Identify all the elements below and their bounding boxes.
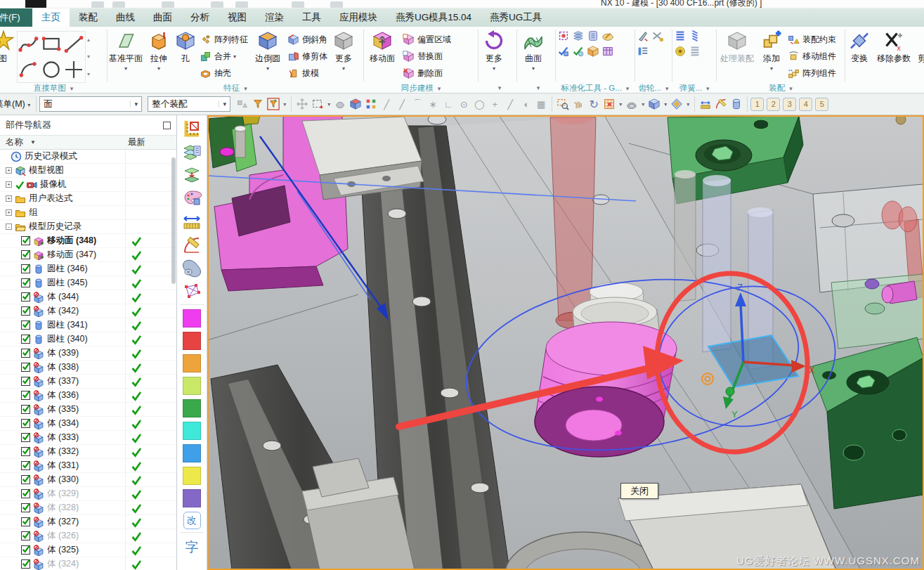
chevron-down-icon[interactable]: ▾ xyxy=(617,96,624,112)
sync-more-button[interactable]: 更多▾ xyxy=(479,28,509,72)
chevron-down-icon[interactable]: ▾ xyxy=(639,96,646,112)
snap-perpendicular-icon[interactable]: ∟ xyxy=(441,96,456,112)
tree-item-摄像机[interactable]: +摄像机 xyxy=(0,178,176,192)
gear-tool-icon-1[interactable] xyxy=(637,30,649,42)
render-style-icon[interactable] xyxy=(624,96,639,112)
layout-page-button-5[interactable]: 5 xyxy=(815,98,828,111)
tree-item-组[interactable]: +组 xyxy=(0,206,176,220)
tab-主页[interactable]: 主页 xyxy=(32,8,70,27)
feature-checkbox[interactable] xyxy=(21,545,30,555)
chevron-down-icon[interactable]: ▾ xyxy=(662,96,669,112)
shell-button[interactable]: 抽壳 xyxy=(197,65,250,82)
feature-row-移动面 (347)[interactable]: 移动面 (347) xyxy=(0,248,176,262)
spring-icon-1[interactable] xyxy=(674,30,687,42)
feature-row-体 (336)[interactable]: 体 (336) xyxy=(0,389,176,403)
color-swatch-6[interactable] xyxy=(183,422,201,440)
view-orient-icon[interactable] xyxy=(646,96,662,112)
chevron-down-icon[interactable]: ▾ xyxy=(537,84,540,91)
snap-quadrant-icon[interactable]: ◯ xyxy=(471,96,487,112)
feature-row-体 (337)[interactable]: 体 (337) xyxy=(0,375,176,389)
chevron-down-icon[interactable]: ▾ xyxy=(493,65,495,72)
point-button[interactable] xyxy=(63,57,85,82)
edit-object-display-icon[interactable] xyxy=(182,188,202,208)
panel-float-icon[interactable] xyxy=(163,122,171,129)
unite-button[interactable]: 合并▾ xyxy=(197,48,250,65)
std-tool-icon-2[interactable] xyxy=(572,30,585,42)
chevron-down-icon[interactable]: ▾ xyxy=(789,85,793,92)
chevron-down-icon[interactable]: ▾ xyxy=(342,65,345,72)
graphics-viewport[interactable]: Z X Y 关闭 UG爱好者论坛 WWW.UGSNX.COM xyxy=(207,115,924,570)
feature-checkbox[interactable] xyxy=(21,278,30,287)
assembly-constraints-button[interactable]: 装配约束 xyxy=(786,31,838,48)
chevron-down-icon[interactable]: ▾ xyxy=(770,65,773,72)
std-tool-icon-4[interactable] xyxy=(601,30,614,42)
feature-checkbox[interactable] xyxy=(21,559,30,569)
tree-expander-icon[interactable]: + xyxy=(6,209,12,216)
chevron-down-icon[interactable]: ▾ xyxy=(532,65,535,72)
feature-checkbox[interactable] xyxy=(21,335,30,344)
feature-row-圆柱 (346)[interactable]: 圆柱 (346) xyxy=(0,262,176,276)
toolbar-icon-fragment[interactable] xyxy=(211,1,223,8)
fit-view-icon[interactable] xyxy=(601,96,617,112)
spring-icon-4[interactable] xyxy=(689,45,701,58)
feature-row-圆柱 (340)[interactable]: 圆柱 (340) xyxy=(0,332,176,346)
interpart-filter-icon[interactable] xyxy=(250,96,266,112)
chevron-down-icon[interactable]: ▾ xyxy=(325,96,332,112)
toolbar-icon-fragment[interactable] xyxy=(91,1,104,8)
feature-row-体 (344)[interactable]: 体 (344) xyxy=(0,290,176,304)
snap-grid-icon[interactable]: ▦ xyxy=(533,96,549,112)
snap-face-icon[interactable]: ◖ xyxy=(518,96,533,112)
tab-视图[interactable]: 视图 xyxy=(219,8,256,27)
feature-checkbox[interactable] xyxy=(21,503,30,512)
tree-item-历史记录模式[interactable]: 历史记录模式 xyxy=(0,150,176,164)
feature-row-圆柱 (341)[interactable]: 圆柱 (341) xyxy=(0,318,176,332)
feature-checkbox[interactable] xyxy=(21,517,30,526)
layout-page-button-3[interactable]: 3 xyxy=(783,98,796,111)
visualization-icon[interactable] xyxy=(669,96,684,112)
color-swatch-8[interactable] xyxy=(183,467,201,485)
3d-scene[interactable]: Z X Y xyxy=(207,115,924,570)
feature-checkbox[interactable] xyxy=(21,320,30,330)
tab-工具[interactable]: 工具 xyxy=(293,8,330,27)
text-tool-button[interactable]: 字 xyxy=(183,538,201,557)
simple-cylinder-icon[interactable] xyxy=(729,96,744,112)
feature-row-体 (326)[interactable]: 体 (326) xyxy=(0,529,176,543)
layer-settings-icon[interactable] xyxy=(182,142,202,162)
feature-row-体 (331)[interactable]: 体 (331) xyxy=(0,459,176,473)
color-swatch-5[interactable] xyxy=(183,399,201,417)
measure-angle-icon[interactable] xyxy=(713,96,729,112)
chevron-down-icon[interactable]: ▾ xyxy=(70,85,74,92)
toolbar-icon-fragment[interactable] xyxy=(112,1,125,8)
studio-spline-button[interactable] xyxy=(18,32,40,57)
transform-button[interactable]: 变换 xyxy=(845,28,873,65)
toolbar-icon-fragment[interactable] xyxy=(292,1,304,8)
tree-item-模型视图[interactable]: +模型视图 xyxy=(0,164,176,178)
feature-row-体 (327)[interactable]: 体 (327) xyxy=(0,515,176,529)
snap-pole-icon[interactable]: ∗ xyxy=(425,96,441,112)
rotate-view-icon[interactable]: ↻ xyxy=(586,96,601,112)
tab-曲线[interactable]: 曲线 xyxy=(107,8,144,27)
feature-row-体 (339)[interactable]: 体 (339) xyxy=(0,346,176,361)
feature-checkbox[interactable] xyxy=(21,377,30,386)
cylinder-tool-icon[interactable] xyxy=(182,258,202,278)
feature-checkbox[interactable] xyxy=(21,250,30,259)
arc-button[interactable] xyxy=(18,57,40,82)
chevron-down-icon[interactable]: ▾ xyxy=(281,96,288,112)
move-to-layer-icon[interactable] xyxy=(182,165,202,185)
sketch-button[interactable]: 图 xyxy=(0,28,15,65)
toolbar-icon-fragment[interactable] xyxy=(162,1,174,8)
shaded-object-icon[interactable] xyxy=(332,96,348,112)
std-tool-icon-6[interactable] xyxy=(572,45,585,58)
chevron-down-icon[interactable]: ▾ xyxy=(626,85,630,92)
feature-checkbox[interactable] xyxy=(21,236,30,245)
offset-region-button[interactable]: 偏置区域 xyxy=(401,31,453,48)
tab-曲面[interactable]: 曲面 xyxy=(144,8,181,27)
feature-row-体 (324)[interactable]: 体 (324) xyxy=(0,557,176,570)
color-swatch-2[interactable] xyxy=(183,332,201,350)
column-header-name[interactable]: 名称 xyxy=(0,136,23,148)
shaded-cube-icon[interactable] xyxy=(348,96,363,112)
tab-应用模块[interactable]: 应用模块 xyxy=(330,8,386,27)
pattern-feature-button[interactable]: 阵列特征 xyxy=(197,31,250,48)
chevron-down-icon[interactable]: ▾ xyxy=(157,65,160,72)
feature-checkbox[interactable] xyxy=(21,306,30,316)
